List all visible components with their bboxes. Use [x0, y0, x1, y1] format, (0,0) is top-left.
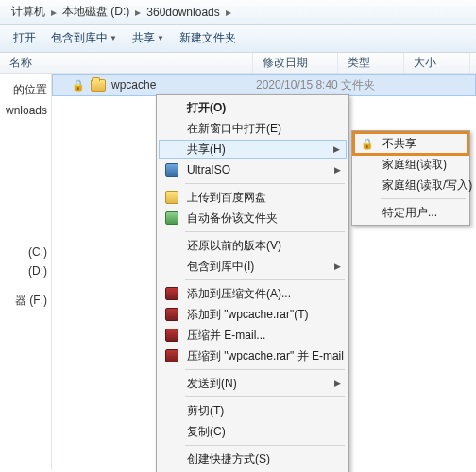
- separator: [185, 396, 345, 397]
- include-in-library-button[interactable]: 包含到库中▼: [45, 28, 123, 48]
- archive-icon: [164, 286, 179, 301]
- column-headers: 名称 修改日期 类型 大小: [0, 53, 476, 74]
- menu-include-library[interactable]: 包含到库中(I)▶: [159, 256, 347, 277]
- col-size[interactable]: 大小: [404, 53, 470, 73]
- separator: [185, 183, 345, 184]
- separator: [185, 279, 345, 280]
- ultraiso-icon: [164, 162, 179, 177]
- chevron-right-icon: ▸: [49, 6, 59, 19]
- toolbar: 打开 包含到库中▼ 共享▼ 新建文件夹: [0, 25, 476, 53]
- chevron-right-icon: ▶: [334, 165, 341, 175]
- cloud-icon: [164, 190, 179, 205]
- archive-icon: [164, 328, 179, 343]
- crumb-folder[interactable]: 360downloads: [143, 6, 223, 19]
- nav-tree[interactable]: 的位置 wnloads (C:) (D:) 器 (F:): [0, 74, 52, 470]
- col-date[interactable]: 修改日期: [253, 53, 338, 73]
- open-button[interactable]: 打开: [8, 28, 42, 48]
- menu-zip-email[interactable]: 压缩并 E-mail...: [159, 325, 347, 346]
- file-name: wpcache: [111, 78, 156, 92]
- chevron-down-icon: ▼: [110, 34, 117, 42]
- lock-icon: 🔒: [360, 136, 375, 151]
- share-button[interactable]: 共享▼: [127, 28, 170, 48]
- chevron-right-icon: ▶: [334, 261, 341, 271]
- menu-auto-backup[interactable]: 自动备份该文件夹: [159, 208, 347, 228]
- menu-zip-email-named[interactable]: 压缩到 "wpcache.rar" 并 E-mail: [159, 346, 347, 366]
- col-name[interactable]: 名称: [0, 53, 253, 73]
- menu-ultraiso[interactable]: UltraISO▶: [159, 160, 347, 180]
- menu-restore-prev[interactable]: 还原以前的版本(V): [159, 235, 347, 256]
- folder-icon: [91, 79, 106, 92]
- separator: [381, 198, 466, 199]
- menu-upload-baidu[interactable]: 上传到百度网盘: [159, 187, 347, 208]
- chevron-right-icon: ▶: [333, 144, 340, 154]
- separator: [185, 369, 345, 370]
- nav-item[interactable]: 的位置: [0, 79, 51, 101]
- archive-icon: [164, 348, 179, 363]
- backup-icon: [164, 211, 179, 226]
- nav-item[interactable]: (D:): [0, 261, 51, 280]
- menu-create-shortcut[interactable]: 创建快捷方式(S): [159, 448, 347, 469]
- crumb-computer[interactable]: 计算机: [8, 4, 49, 20]
- submenu-specific-user[interactable]: 特定用户...: [354, 202, 468, 223]
- lock-icon: 🔒: [72, 79, 85, 92]
- chevron-right-icon: ▸: [224, 6, 233, 19]
- menu-copy[interactable]: 复制(C): [159, 421, 347, 442]
- file-date: 2020/10/15 8:40: [256, 78, 338, 92]
- col-type[interactable]: 类型: [338, 53, 404, 73]
- nav-item[interactable]: (C:): [0, 243, 51, 261]
- chevron-right-icon: ▸: [133, 6, 143, 19]
- new-folder-button[interactable]: 新建文件夹: [174, 28, 242, 48]
- menu-send-to[interactable]: 发送到(N)▶: [159, 373, 347, 394]
- separator: [185, 231, 345, 232]
- archive-icon: [164, 307, 179, 322]
- menu-cut[interactable]: 剪切(T): [159, 400, 347, 421]
- menu-open[interactable]: 打开(O): [159, 97, 347, 118]
- submenu-homegroup-rw[interactable]: 家庭组(读取/写入): [354, 175, 468, 195]
- chevron-right-icon: ▶: [334, 379, 341, 388]
- context-menu: 打开(O) 在新窗口中打开(E) 共享(H)▶ UltraISO▶ 上传到百度网…: [156, 94, 349, 472]
- menu-add-archive[interactable]: 添加到压缩文件(A)...: [159, 283, 347, 304]
- file-row-selected[interactable]: 🔒 wpcache 2020/10/15 8:40 文件夹: [52, 74, 476, 96]
- nav-item[interactable]: 器 (F:): [0, 290, 51, 312]
- chevron-down-icon: ▼: [157, 34, 164, 42]
- menu-share[interactable]: 共享(H)▶: [159, 140, 347, 159]
- menu-open-new-window[interactable]: 在新窗口中打开(E): [159, 118, 347, 139]
- file-type: 文件夹: [341, 77, 375, 93]
- breadcrumb[interactable]: 计算机 ▸ 本地磁盘 (D:) ▸ 360downloads ▸: [0, 0, 476, 25]
- submenu-no-share[interactable]: 🔒不共享: [354, 133, 468, 154]
- separator: [185, 445, 345, 446]
- share-submenu: 🔒不共享 家庭组(读取) 家庭组(读取/写入) 特定用户...: [351, 130, 470, 226]
- submenu-homegroup-read[interactable]: 家庭组(读取): [354, 154, 468, 175]
- menu-add-rar[interactable]: 添加到 "wpcache.rar"(T): [159, 304, 347, 325]
- crumb-drive-d[interactable]: 本地磁盘 (D:): [59, 4, 133, 20]
- nav-item[interactable]: wnloads: [0, 101, 51, 120]
